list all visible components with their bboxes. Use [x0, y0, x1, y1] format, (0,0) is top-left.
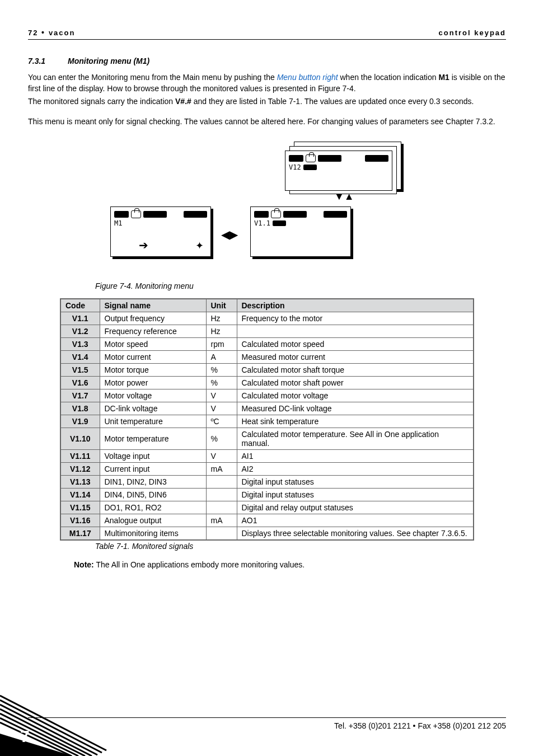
cell-code: V1.1: [60, 312, 100, 325]
cell-code: M1.17: [60, 527, 100, 541]
cell-code: V1.13: [60, 476, 100, 489]
cell-signal: Motor power: [100, 377, 206, 389]
table-row: M1.17Multimonitoring itemsDisplays three…: [60, 527, 474, 541]
table-row: V1.13DIN1, DIN2, DIN3Digital input statu…: [60, 476, 474, 489]
brand: vacon: [49, 29, 76, 37]
display-text: M1: [111, 219, 210, 227]
paragraph-2: The monitored signals carry the indicati…: [28, 96, 506, 107]
cell-code: V1.7: [60, 389, 100, 402]
cell-code: V1.9: [60, 415, 100, 428]
table-row: V1.15DO1, RO1, RO2Digital and relay outp…: [60, 501, 474, 514]
table-row: V1.1Output frequencyHzFrequency to the m…: [60, 312, 474, 325]
cell-signal: Motor current: [100, 351, 206, 364]
note: Note: The All in One applications embody…: [74, 560, 506, 571]
lock-icon: [306, 154, 316, 162]
cell-signal: DIN4, DIN5, DIN6: [100, 489, 206, 501]
cell-unit: mA: [206, 514, 237, 527]
lock-icon: [271, 210, 281, 218]
cell-unit: [206, 476, 237, 489]
figure-7-4: M1 ➔ ✦ ◀▶ V1.1 ▼▲ V12: [110, 139, 424, 279]
table-row: V1.10Motor temperature%Calculated motor …: [60, 428, 474, 450]
cell-unit: Hz: [206, 312, 237, 325]
table-row: V1.4Motor currentAMeasured motor current: [60, 351, 474, 364]
cell-unit: Hz: [206, 325, 237, 338]
section-name: Monitoring menu (M1): [68, 57, 149, 65]
cell-signal: DO1, RO1, RO2: [100, 501, 206, 514]
bar-icon: [289, 155, 303, 162]
table-row: V1.5Motor torque%Calculated motor shaft …: [60, 364, 474, 377]
th-signal: Signal name: [100, 299, 206, 312]
cell-code: V1.15: [60, 501, 100, 514]
bar-icon: [283, 211, 307, 218]
footer-contact: Tel. +358 (0)201 2121 • Fax +358 (0)201 …: [334, 721, 506, 730]
cell-code: V1.10: [60, 428, 100, 450]
table-row: V1.6Motor power%Calculated motor shaft p…: [60, 377, 474, 389]
cell-signal: Motor temperature: [100, 428, 206, 450]
cell-unit: %: [206, 377, 237, 389]
bullet-icon: •: [41, 28, 49, 37]
cell-signal: Motor speed: [100, 338, 206, 351]
table-header-row: Code Signal name Unit Description: [60, 299, 474, 312]
cell-signal: Unit temperature: [100, 415, 206, 428]
menu-button-right-link[interactable]: Menu button right: [277, 73, 338, 82]
cell-signal: DIN1, DIN2, DIN3: [100, 476, 206, 489]
note-label: Note:: [74, 560, 94, 569]
figure-caption: Figure 7-4. Monitoring menu: [95, 281, 506, 290]
cell-desc: Calculated motor speed: [237, 338, 474, 351]
cell-desc: Calculated motor shaft power: [237, 377, 474, 389]
bar-icon: [303, 165, 317, 170]
cell-desc: Heat sink temperature: [237, 415, 474, 428]
th-unit: Unit: [206, 299, 237, 312]
cell-desc: Calculated motor temperature. See All in…: [237, 428, 474, 450]
section-number: 7.3.1: [28, 57, 45, 65]
page-header: 72 • vacon control keypad: [28, 28, 506, 40]
cell-code: V1.14: [60, 489, 100, 501]
cell-desc: AI1: [237, 450, 474, 463]
display-text: V12: [289, 163, 301, 171]
display-text: V1.1: [254, 219, 270, 227]
cell-desc: AO1: [237, 514, 474, 527]
cell-code: V1.8: [60, 402, 100, 415]
cell-desc: Digital input statuses: [237, 489, 474, 501]
display-left: M1 ➔ ✦: [110, 206, 211, 257]
header-right: control keypad: [439, 29, 506, 37]
th-code: Code: [60, 299, 100, 312]
note-text: The All in One applications embody more …: [94, 560, 305, 569]
cell-signal: Analogue output: [100, 514, 206, 527]
arrow-left-right-icon: ◀▶: [221, 228, 238, 241]
cell-code: V1.16: [60, 514, 100, 527]
bar-icon: [324, 211, 347, 218]
cell-code: V1.11: [60, 450, 100, 463]
table-row: V1.14DIN4, DIN5, DIN6Digital input statu…: [60, 489, 474, 501]
cell-code: V1.4: [60, 351, 100, 364]
table-row: V1.11Voltage inputVAI1: [60, 450, 474, 463]
bar-icon: [254, 211, 269, 218]
bar-icon: [273, 220, 286, 226]
arrow-right-icon: ➔: [139, 238, 148, 252]
cell-unit: %: [206, 428, 237, 450]
cell-desc: Frequency to the motor: [237, 312, 474, 325]
header-left: 72 • vacon: [28, 28, 75, 37]
display-right-top: V12: [285, 151, 392, 191]
display-right-bottom: V1.1: [250, 206, 351, 257]
page-number: 72: [28, 29, 38, 37]
bar-icon: [184, 211, 207, 218]
lock-icon: [131, 210, 141, 218]
cell-desc: AI2: [237, 463, 474, 476]
cell-unit: %: [206, 364, 237, 377]
cell-code: V1.5: [60, 364, 100, 377]
table-row: V1.9Unit temperatureºCHeat sink temperat…: [60, 415, 474, 428]
chapter-number: 7: [20, 727, 30, 746]
bar-icon: [143, 211, 167, 218]
cell-unit: [206, 527, 237, 541]
cell-desc: [237, 325, 474, 338]
cell-signal: Multimonitoring items: [100, 527, 206, 541]
table-row: V1.8DC-link voltageVMeasured DC-link vol…: [60, 402, 474, 415]
table-row: V1.16Analogue outputmAAO1: [60, 514, 474, 527]
cell-desc: Digital and relay output statuses: [237, 501, 474, 514]
cell-desc: Digital input statuses: [237, 476, 474, 489]
cell-desc: Displays three selectable monitoring val…: [237, 527, 474, 541]
cell-signal: Frequency reference: [100, 325, 206, 338]
cell-unit: [206, 501, 237, 514]
cell-signal: Motor torque: [100, 364, 206, 377]
